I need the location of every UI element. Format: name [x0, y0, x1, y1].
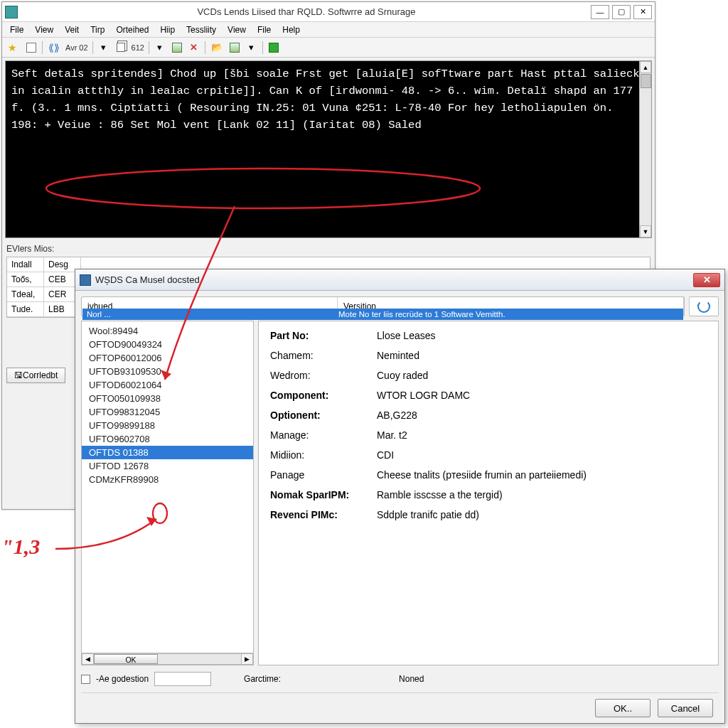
tb-favorite[interactable]: ★: [5, 40, 22, 55]
module-list[interactable]: Wool:89494OFTOD90049324OFTOP60012006UFTO…: [82, 321, 253, 653]
grid-cell[interactable]: Toős,: [7, 272, 44, 287]
list-item[interactable]: CDMzKFR89908: [82, 473, 253, 486]
close-button[interactable]: ✕: [633, 5, 652, 19]
list-item[interactable]: OFTDS 01388: [82, 446, 253, 459]
grid-cell[interactable]: Tude.: [7, 302, 44, 317]
menu-orteihed-4[interactable]: Orteihed: [111, 23, 154, 36]
annotation-text: "1,3: [1, 535, 40, 559]
dialog-button-row: OK.. Cancel: [81, 692, 719, 723]
scroll-thumb[interactable]: [641, 74, 651, 88]
footer-input-1[interactable]: [154, 672, 211, 686]
horizontal-scrollbar[interactable]: ◀ OK ▶: [82, 653, 253, 665]
header-selected-row[interactable]: Norl ... Mote No ter liis recrüde to 1 S…: [82, 309, 683, 320]
list-item[interactable]: UFTOD60021064: [82, 378, 253, 392]
tb-nav[interactable]: ⟪⟫: [46, 40, 63, 55]
footer-label-2: Garctime:: [244, 674, 281, 684]
hscroll-thumb[interactable]: OK: [94, 654, 158, 664]
title-bar: VCDs Lends Liised thar RQLD. Softwrre ad…: [2, 2, 655, 22]
dialog-title-bar: WȘDS Ca Musel docsted ✕: [75, 269, 724, 291]
tb-drop1[interactable]: ▾: [96, 40, 112, 55]
scroll-up-button[interactable]: ▲: [640, 61, 651, 73]
tb-edit[interactable]: [227, 40, 242, 55]
menu-hiip-5[interactable]: Hiip: [155, 23, 180, 36]
vertical-scrollbar[interactable]: ▲ ▼: [639, 61, 651, 237]
hscroll-track[interactable]: OK: [94, 653, 241, 665]
arrows-icon: ⟪⟫: [48, 42, 60, 53]
console-area: Seft detals spritendes] Chod up [šbi soa…: [5, 60, 652, 238]
detail-value: WTOR LOGR DAMC: [377, 390, 470, 401]
detail-value: Cheese tnalits (pтеsiide frumin an parte…: [377, 469, 587, 481]
folder-icon: 📂: [211, 42, 223, 53]
detail-label: Revenci PIMс:: [270, 509, 377, 520]
detail-label: Chamem:: [270, 350, 377, 361]
tb-drop3[interactable]: ▾: [244, 40, 259, 55]
grid-cell[interactable]: Tdeal,: [7, 287, 44, 302]
detail-row: Revenci PIMс:Sddple tranifс patie dd): [270, 509, 707, 520]
tb-copy[interactable]: [113, 40, 129, 55]
detail-value: Ramble isscsse a the tergid): [377, 489, 503, 500]
menu-file-0[interactable]: File: [5, 23, 28, 36]
detail-value: Neminted: [377, 350, 419, 361]
tb-num-label: 612: [130, 43, 146, 52]
list-item[interactable]: UFTOD 12678: [82, 459, 253, 473]
detail-value: Mar. t2: [377, 429, 407, 441]
tb-open[interactable]: 📂: [208, 40, 225, 55]
menu-file-8[interactable]: File: [252, 23, 276, 36]
dialog-close-button[interactable]: ✕: [693, 273, 720, 287]
panel-label: EVlers Mios:: [6, 244, 651, 254]
list-item[interactable]: Wool:89494: [82, 324, 253, 338]
x-icon: ✕: [190, 42, 198, 53]
detail-value: Llose Leases: [377, 330, 436, 341]
cancel-button[interactable]: Cancel: [658, 699, 713, 717]
grid-icon: [172, 43, 182, 53]
list-item[interactable]: UFTOB93109530: [82, 365, 253, 378]
list-item[interactable]: UFTO9602708: [82, 432, 253, 446]
header-sel-left: Norl ...: [82, 309, 334, 320]
detail-pane: Part No:Llose LeasesChamem:NemintedWedro…: [258, 321, 719, 665]
menu-tirp-3[interactable]: Tirp: [85, 23, 109, 36]
list-item[interactable]: OFTO050109938: [82, 392, 253, 405]
separator: [92, 41, 93, 54]
tb-run[interactable]: [266, 40, 282, 55]
grid-cell[interactable]: Indall: [7, 257, 44, 272]
checkbox-label: -Aе godestion: [96, 674, 149, 684]
connected-button[interactable]: 🖫Corrledbt: [6, 368, 65, 383]
header-sel-right: Mote No ter liis recrüde to 1 Software V…: [334, 309, 683, 320]
menu-view-7[interactable]: View: [223, 23, 251, 36]
menu-veit-2[interactable]: Veit: [60, 23, 84, 36]
separator: [205, 41, 205, 54]
detail-label: Wedrom:: [270, 370, 377, 381]
detail-label: Panage: [270, 469, 377, 481]
detail-label: Component:: [270, 390, 377, 401]
page-icon: [26, 43, 36, 53]
menu-tessliity-6[interactable]: Tessliity: [181, 23, 221, 36]
scroll-down-button[interactable]: ▼: [640, 225, 651, 237]
list-item[interactable]: UFTO99899188: [82, 419, 253, 432]
console-output[interactable]: Seft detals spritendes] Chod up [šbi soa…: [6, 61, 651, 237]
content-row: Wool:89494OFTOD90049324OFTOP60012006UFTO…: [81, 321, 719, 665]
minimize-button[interactable]: —: [591, 5, 609, 19]
refresh-button[interactable]: [689, 296, 719, 316]
detail-row: Manage:Mar. t2: [270, 429, 707, 441]
tb-x[interactable]: ✕: [186, 40, 202, 55]
refresh-icon: [697, 300, 710, 313]
star-icon: ★: [8, 42, 19, 53]
menu-help-9[interactable]: Help: [277, 23, 305, 36]
option-checkbox[interactable]: [81, 675, 90, 684]
module-list-pane: Wool:89494OFTOD90049324OFTOP60012006UFTO…: [81, 321, 254, 665]
tb-drop2[interactable]: ▾: [152, 40, 168, 55]
list-item[interactable]: OFTOD90049324: [82, 338, 253, 351]
maximize-button[interactable]: ▢: [612, 5, 631, 19]
list-item[interactable]: UFTO998312045: [82, 405, 253, 419]
tb-grid[interactable]: [169, 40, 185, 55]
menu-view-1[interactable]: View: [30, 23, 58, 36]
detail-row: Nomak SparIPM:Ramble isscsse a the tergi…: [270, 489, 707, 500]
hscroll-left[interactable]: ◀: [82, 653, 94, 665]
detail-value: Sddple tranifс patie dd): [377, 509, 479, 520]
list-item[interactable]: OFTOP60012006: [82, 351, 253, 365]
tb-doc[interactable]: [23, 40, 39, 55]
detail-row: Midiion:CDI: [270, 449, 707, 461]
detail-row: Part No:Llose Leases: [270, 330, 707, 341]
ok-button[interactable]: OK..: [595, 699, 651, 717]
hscroll-right[interactable]: ▶: [241, 653, 253, 665]
